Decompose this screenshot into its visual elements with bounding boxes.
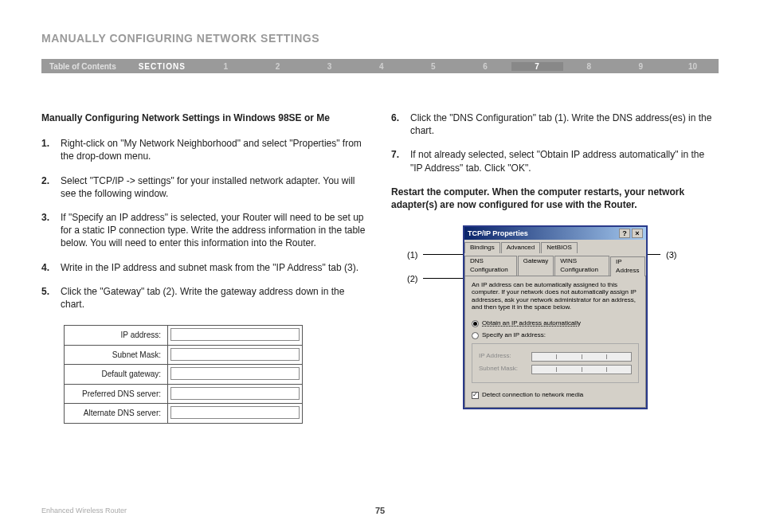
steps-list-left: 1.Right-click on "My Network Neighborhoo… bbox=[41, 137, 369, 311]
dialog-title-text: TCP/IP Properties bbox=[468, 229, 528, 238]
toc-link[interactable]: Table of Contents bbox=[41, 62, 124, 71]
step-number: 2. bbox=[41, 174, 61, 200]
tab-bindings[interactable]: Bindings bbox=[464, 242, 500, 253]
chart-label: IP address: bbox=[65, 326, 168, 345]
dialog-description: An IP address can be automatically assig… bbox=[472, 281, 639, 311]
tab-wins-config[interactable]: WINS Configuration bbox=[554, 256, 609, 276]
nav-section-8[interactable]: 8 bbox=[563, 62, 615, 71]
content-columns: Manually Configuring Network Settings in… bbox=[41, 111, 719, 424]
chart-input[interactable] bbox=[170, 367, 300, 380]
nav-section-9[interactable]: 9 bbox=[615, 62, 667, 71]
ip-label: IP Address: bbox=[479, 352, 527, 361]
step-number: 5. bbox=[41, 285, 61, 311]
step-2: 2.Select "TCP/IP -> settings" for your i… bbox=[41, 174, 369, 200]
product-name: Enhanced Wireless Router bbox=[41, 507, 127, 514]
right-column: 6.Click the "DNS Configuration" tab (1).… bbox=[391, 111, 719, 424]
screenshot-figure: (1) (2) (3) TCP/IP Properties ? × Bindin… bbox=[391, 225, 719, 417]
nav-section-3[interactable]: 3 bbox=[304, 62, 355, 71]
nav-section-4[interactable]: 4 bbox=[355, 62, 407, 71]
step-6: 6.Click the "DNS Configuration" tab (1).… bbox=[391, 111, 719, 137]
callout-3: (3) bbox=[666, 249, 676, 261]
step-text: Click the "DNS Configuration" tab (1). W… bbox=[410, 111, 719, 137]
chart-label: Subnet Mask: bbox=[65, 346, 168, 365]
step-text: Right-click on "My Network Neighborhood"… bbox=[61, 137, 369, 162]
chart-label: Default gateway: bbox=[65, 365, 168, 384]
tab-ip-address[interactable]: IP Address bbox=[610, 256, 645, 276]
nav-section-6[interactable]: 6 bbox=[459, 62, 511, 71]
tab-row-2: DNS Configuration Gateway WINS Configura… bbox=[464, 253, 646, 276]
step-5: 5.Click the "Gateway" tab (2). Write the… bbox=[41, 285, 369, 311]
restart-note: Restart the computer. When the computer … bbox=[391, 186, 719, 211]
subnet-input[interactable] bbox=[531, 365, 632, 374]
radio-specify[interactable]: Specify an IP address: bbox=[472, 331, 639, 340]
left-column: Manually Configuring Network Settings in… bbox=[41, 111, 369, 424]
callout-1: (1) bbox=[407, 249, 417, 261]
step-number: 4. bbox=[41, 261, 61, 274]
step-number: 6. bbox=[391, 111, 410, 137]
nav-section-10[interactable]: 10 bbox=[667, 62, 719, 71]
step-text: If not already selected, select "Obtain … bbox=[410, 148, 719, 174]
tab-netbios[interactable]: NetBIOS bbox=[541, 242, 578, 253]
chart-input[interactable] bbox=[170, 387, 300, 400]
step-7: 7.If not already selected, select "Obtai… bbox=[391, 148, 719, 174]
step-text: Select "TCP/IP -> settings" for your ins… bbox=[61, 174, 369, 200]
step-number: 7. bbox=[391, 148, 410, 174]
chart-input[interactable] bbox=[170, 348, 300, 361]
steps-list-right: 6.Click the "DNS Configuration" tab (1).… bbox=[391, 111, 719, 174]
nav-section-2[interactable]: 2 bbox=[252, 62, 304, 71]
step-1: 1.Right-click on "My Network Neighborhoo… bbox=[41, 137, 369, 162]
chart-input[interactable] bbox=[170, 406, 300, 419]
step-text: If "Specify an IP address" is selected, … bbox=[61, 211, 369, 250]
help-icon[interactable]: ? bbox=[619, 229, 630, 238]
subnet-mask-row: Subnet Mask: bbox=[479, 365, 632, 374]
ip-address-row: IP Address: bbox=[479, 352, 632, 362]
chart-row-dns2: Alternate DNS server: bbox=[65, 404, 302, 423]
ip-group: IP Address: Subnet Mask: bbox=[472, 343, 639, 383]
tab-dns-config[interactable]: DNS Configuration bbox=[464, 256, 517, 276]
chart-label: Preferred DNS server: bbox=[65, 385, 168, 404]
sections-label: SECTIONS bbox=[124, 62, 200, 71]
checkbox-label: Detect connection to network media bbox=[482, 391, 583, 400]
page-number: 75 bbox=[375, 506, 385, 515]
checkbox-icon: ✓ bbox=[472, 392, 479, 399]
dialog-titlebar: TCP/IP Properties ? × bbox=[464, 227, 646, 240]
tab-gateway[interactable]: Gateway bbox=[518, 256, 554, 276]
ip-input[interactable] bbox=[531, 352, 632, 362]
chart-row-dns1: Preferred DNS server: bbox=[65, 385, 302, 405]
tcpip-dialog: TCP/IP Properties ? × Bindings Advanced … bbox=[463, 225, 648, 409]
radio-obtain-auto[interactable]: Obtain an IP address automatically bbox=[472, 319, 639, 328]
step-4: 4.Write in the IP address and subnet mas… bbox=[41, 261, 369, 274]
chart-row-gateway: Default gateway: bbox=[65, 365, 302, 385]
radio-icon bbox=[472, 320, 479, 327]
close-icon[interactable]: × bbox=[632, 229, 643, 238]
nav-section-5[interactable]: 5 bbox=[407, 62, 459, 71]
step-text: Click the "Gateway" tab (2). Write the g… bbox=[61, 285, 369, 311]
callout-2: (2) bbox=[407, 273, 417, 285]
checkbox-detect[interactable]: ✓ Detect connection to network media bbox=[472, 391, 639, 400]
chart-input[interactable] bbox=[170, 328, 300, 341]
section-subtitle: Manually Configuring Network Settings in… bbox=[41, 111, 369, 124]
step-number: 1. bbox=[41, 137, 61, 162]
chart-label: Alternate DNS server: bbox=[65, 404, 168, 423]
nav-section-1[interactable]: 1 bbox=[200, 62, 252, 71]
address-chart: IP address: Subnet Mask: Default gateway… bbox=[64, 325, 303, 424]
tab-panel: An IP address can be automatically assig… bbox=[464, 276, 646, 409]
radio-icon bbox=[472, 332, 479, 339]
step-number: 3. bbox=[41, 211, 61, 250]
tab-row-1: Bindings Advanced NetBIOS bbox=[464, 240, 646, 253]
section-navbar: Table of Contents SECTIONS 1 2 3 4 5 6 7… bbox=[41, 59, 719, 73]
radio-label: Specify an IP address: bbox=[482, 331, 546, 340]
subnet-label: Subnet Mask: bbox=[479, 365, 527, 374]
step-3: 3.If "Specify an IP address" is selected… bbox=[41, 211, 369, 250]
document-page: MANUALLY CONFIGURING NETWORK SETTINGS Ta… bbox=[0, 0, 760, 532]
chart-row-subnet: Subnet Mask: bbox=[65, 346, 302, 366]
chart-row-ip: IP address: bbox=[65, 326, 302, 346]
tab-advanced[interactable]: Advanced bbox=[501, 242, 541, 253]
nav-section-7[interactable]: 7 bbox=[511, 62, 563, 71]
page-footer: Enhanced Wireless Router 75 bbox=[41, 507, 719, 514]
radio-label: Obtain an IP address automatically bbox=[482, 319, 581, 328]
step-text: Write in the IP address and subnet mask … bbox=[61, 261, 358, 274]
page-title: MANUALLY CONFIGURING NETWORK SETTINGS bbox=[41, 32, 719, 45]
